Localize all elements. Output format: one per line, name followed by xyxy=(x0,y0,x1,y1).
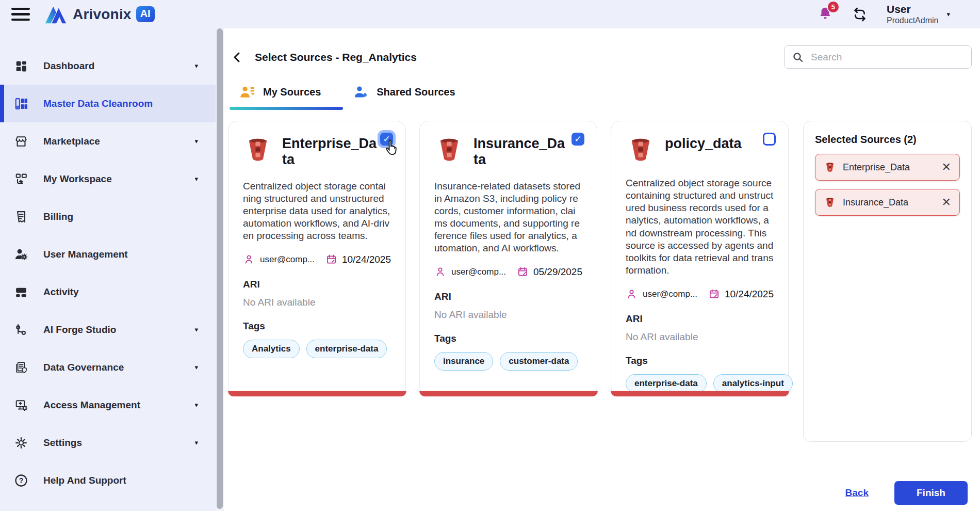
sidebar-item-ai-forge-studio[interactable]: AI Forge Studio ▾ xyxy=(0,311,216,348)
ari-value: No ARI available xyxy=(626,331,774,343)
user-icon xyxy=(626,288,638,300)
source-cards: Enterprise_Data ✓ Centralized object sto… xyxy=(228,121,789,396)
source-description: Centralized object storage containing st… xyxy=(243,180,391,243)
s3-bucket-icon xyxy=(824,196,836,209)
branch-icon xyxy=(13,322,29,338)
sidebar-item-user-management[interactable]: User Management xyxy=(0,235,216,273)
selected-sources-title: Selected Sources (2) xyxy=(815,134,960,146)
sidebar-item-label: Settings xyxy=(43,437,82,449)
tab-shared-sources[interactable]: Shared Sources xyxy=(353,84,455,100)
tab-my-sources[interactable]: My Sources xyxy=(239,84,321,100)
workspace-icon xyxy=(13,171,29,187)
selected-sources-panel: Selected Sources (2) Enterprise_Data ✕ I… xyxy=(803,121,972,442)
sidebar-item-access-management[interactable]: Access Management ▾ xyxy=(0,386,216,424)
user-menu[interactable]: User ProductAdmin ▾ xyxy=(887,3,950,25)
sidebar-item-label: Dashboard xyxy=(43,60,94,72)
sidebar-item-dashboard[interactable]: Dashboard ▾ xyxy=(0,47,216,85)
finish-button[interactable]: Finish xyxy=(894,481,968,505)
logo-mark-icon xyxy=(44,4,68,25)
receipt-icon xyxy=(13,209,29,225)
page-title: Select Sources - Reg_Analytics xyxy=(255,51,417,63)
logo-ai-badge: AI xyxy=(136,6,155,22)
svg-text:?: ? xyxy=(19,476,24,484)
app-logo: Arivonix AI xyxy=(44,4,155,25)
selected-source-name: Insurance_Data xyxy=(843,197,908,208)
back-arrow-button[interactable] xyxy=(231,51,243,63)
sidebar-item-label: Billing xyxy=(43,211,73,222)
tag-pill: customer-data xyxy=(500,352,578,371)
shared-sources-icon xyxy=(353,84,369,100)
sidebar-item-master-data-cleanroom[interactable]: Master Data Cleanroom xyxy=(0,85,216,122)
chevron-down-icon: ▾ xyxy=(194,363,198,371)
logo-text: Arivonix xyxy=(73,6,132,23)
tag-pill: enterprise-data xyxy=(626,374,707,393)
notifications-button[interactable]: 5 xyxy=(818,6,833,23)
source-checkbox[interactable] xyxy=(763,133,776,146)
source-title: Enterprise_Data xyxy=(282,136,378,168)
tab-label: Shared Sources xyxy=(377,86,455,98)
source-owner: user@comp... xyxy=(260,254,315,265)
source-card-enterprise-data: Enterprise_Data ✓ Centralized object sto… xyxy=(228,121,406,396)
sidebar-item-help-and-support[interactable]: ? Help And Support xyxy=(0,461,216,499)
card-accent-bar xyxy=(611,391,789,396)
chevron-down-icon: ▾ xyxy=(194,62,198,70)
sidebar-scrollbar-thumb[interactable] xyxy=(217,28,223,509)
chevron-down-icon: ▾ xyxy=(194,326,198,333)
source-card-policy-data: policy_data Centralized object storage s… xyxy=(611,121,789,396)
document-shield-icon xyxy=(13,359,29,376)
sidebar-item-settings[interactable]: Settings ▾ xyxy=(0,424,216,461)
user-name: User xyxy=(887,3,911,15)
search-icon xyxy=(792,51,804,63)
dashboard-icon xyxy=(13,58,29,74)
calendar-icon xyxy=(708,288,720,300)
hamburger-menu-icon[interactable] xyxy=(11,8,30,21)
source-checkbox[interactable]: ✓ xyxy=(380,133,393,146)
storefront-icon xyxy=(13,133,29,150)
sidebar-item-label: AI Forge Studio xyxy=(43,324,116,336)
search-input[interactable] xyxy=(810,51,964,63)
calendar-icon xyxy=(517,266,529,278)
s3-bucket-icon xyxy=(243,135,273,165)
source-card-insurance-data: Insurance_Data ✓ Insurance-related datas… xyxy=(419,121,597,396)
selected-source-item: Insurance_Data ✕ xyxy=(815,189,960,216)
wizard-footer: Back Finish xyxy=(845,481,968,505)
tags-label: Tags xyxy=(434,333,582,344)
sidebar-item-label: User Management xyxy=(43,249,128,260)
ari-label: ARI xyxy=(626,313,774,325)
source-checkbox[interactable]: ✓ xyxy=(571,133,584,146)
help-icon: ? xyxy=(13,472,29,489)
sidebar-item-label: Activity xyxy=(43,286,79,298)
selected-source-name: Enterprise_Data xyxy=(843,162,910,173)
sidebar-item-activity[interactable]: Activity xyxy=(0,273,216,311)
tag-pill: insurance xyxy=(434,352,493,371)
search-box xyxy=(784,45,972,69)
tag-pill: Analytics xyxy=(243,340,300,358)
switch-workspace-button[interactable] xyxy=(852,6,868,23)
cleanroom-icon xyxy=(13,95,29,112)
monitor-gear-icon xyxy=(13,397,29,413)
card-accent-bar xyxy=(419,391,598,396)
remove-source-button[interactable]: ✕ xyxy=(942,197,951,208)
sidebar-scrollbar-track xyxy=(216,28,224,511)
sidebar-item-marketplace[interactable]: Marketplace ▾ xyxy=(0,122,216,160)
chevron-down-icon: ▾ xyxy=(194,401,198,409)
main-content: Select Sources - Reg_Analytics My Source… xyxy=(224,28,980,511)
top-header: Arivonix AI 5 User ProductAdmin ▾ xyxy=(0,0,980,28)
ari-label: ARI xyxy=(243,279,391,290)
remove-source-button[interactable]: ✕ xyxy=(942,162,951,173)
source-date: 10/24/2025 xyxy=(342,254,391,265)
sidebar-item-my-workspace[interactable]: My Workspace ▾ xyxy=(0,160,216,198)
chevron-down-icon: ▾ xyxy=(194,439,198,446)
active-tab-underline xyxy=(230,107,343,110)
user-icon xyxy=(243,253,255,265)
swap-icon xyxy=(852,6,868,23)
chevron-down-icon: ▾ xyxy=(194,175,198,183)
back-button[interactable]: Back xyxy=(845,487,869,499)
sidebar-item-data-governance[interactable]: Data Governance ▾ xyxy=(0,348,216,386)
sidebar-item-label: Data Governance xyxy=(43,362,124,373)
tab-label: My Sources xyxy=(263,86,321,98)
sidebar-item-billing[interactable]: Billing xyxy=(0,198,216,235)
source-owner: user@comp... xyxy=(451,267,506,277)
chevron-down-icon: ▾ xyxy=(946,10,950,18)
activity-blocks-icon xyxy=(13,284,29,300)
